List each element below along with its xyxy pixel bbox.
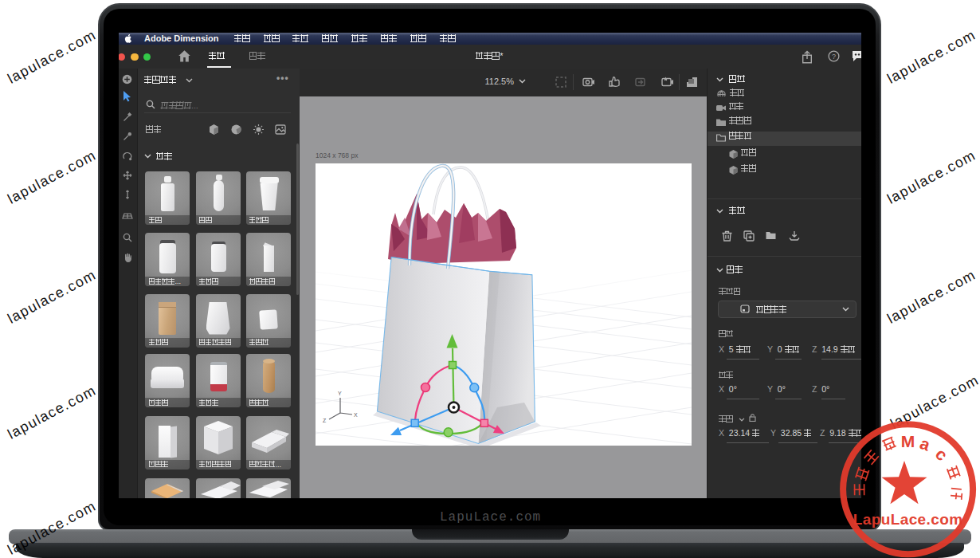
svg-text:X: X [354,412,358,418]
svg-text:LapuLace.com: LapuLace.com [853,511,963,528]
svg-text:c: c [932,445,952,465]
svg-text:M: M [901,432,915,450]
svg-text:a: a [918,434,933,454]
svg-text:?: ? [832,53,836,61]
svg-text:Z: Z [323,418,327,423]
svg-text:Y: Y [338,391,342,396]
